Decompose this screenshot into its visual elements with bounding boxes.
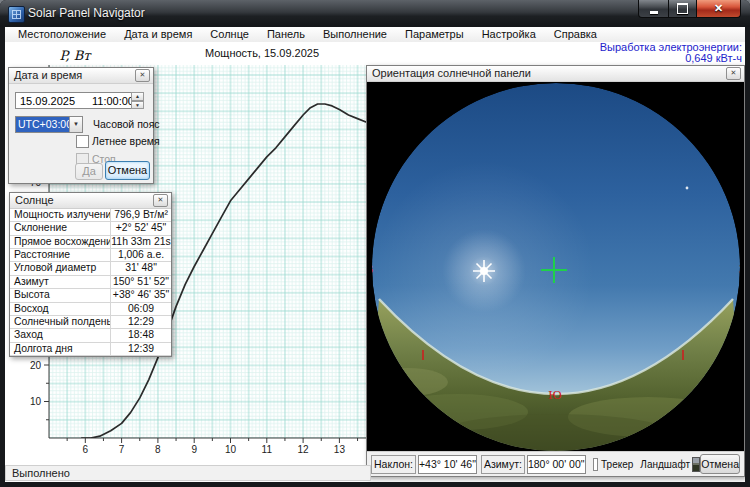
timezone-label: Часовой пояс [93,118,160,130]
datetime-panel-close-icon[interactable]: ✕ [135,69,150,82]
minimize-button[interactable] [638,0,669,18]
tracker-checkbox[interactable] [593,458,599,471]
sun-table-row: Долгота дня12:39 [10,343,171,356]
x-tick-label: 13 [334,444,346,455]
compass-south-label: Ю [548,387,561,402]
sun-table-row: Мощность излучения796,9 Вт/м² [10,209,171,222]
sun-table-row: Азимут150° 51' 52" [10,276,171,289]
sun-row-value: 150° 51' 52" [111,276,171,288]
app-window: Solar Panel Navigator ✕ МестоположениеДа… [0,0,750,487]
sun-data-table: Мощность излучения796,9 Вт/м²Склонение+2… [10,209,171,356]
menu-item-8[interactable]: Справка [545,27,606,42]
time-spinner[interactable]: ▲ ▼ [131,92,144,109]
spinner-down-icon[interactable]: ▼ [131,101,144,110]
sun-row-value: 12:29 [111,316,171,328]
datetime-panel-titlebar[interactable]: Дата и время ✕ [9,68,153,84]
sun-panel-title: Солнце [15,193,54,208]
sun-row-label: Мощность излучения [10,209,111,221]
datetime-panel: Дата и время ✕ 15.09.2025 11:00:00 ▲ ▼ U… [8,67,154,184]
x-tick-label: 12 [298,444,310,455]
tilt-value-field[interactable]: +43° 10' 46" [418,455,477,474]
sun-row-value: +38° 46' 35" [111,289,171,301]
sun-row-value: 12:39 [111,343,171,355]
cancel-button[interactable]: Отмена [105,161,150,180]
timezone-value: UTC+03:00 [16,117,69,132]
star-dot [686,187,689,190]
sun-row-label: Заход [10,329,111,341]
tracker-label: Трекер [601,459,633,470]
tilt-label: Наклон: [371,455,416,474]
energy-output: Выработка электроэнергии: 0,649 кВт-ч [600,42,742,64]
sun-table-row: Угловой диаметр31' 48" [10,262,171,275]
menu-item-4[interactable]: Панель [258,27,314,42]
sun-row-label: Долгота дня [10,343,111,355]
sun-row-value: 1,006 а.е. [111,249,171,261]
sun-table-row: Заход18:48 [10,329,171,342]
sun-table-row: Солнечный полдень12:29 [10,316,171,329]
sun-table-row: Высота+38° 46' 35" [10,289,171,302]
chart-y-axis-title: P, Вт [49,48,101,63]
time-value: 11:00:00 [92,95,134,107]
spinner-up-icon[interactable]: ▲ [131,92,144,101]
sky-view[interactable]: Ю В З [367,82,744,451]
sun-row-value: 06:09 [111,303,171,315]
landscape-label: Ландшафт [640,459,690,470]
maximize-icon [677,3,688,14]
sun-panel-close-icon[interactable]: ✕ [153,194,168,207]
sun-row-value: +2° 52' 45" [111,222,171,234]
sun-row-label: Восход [10,303,111,315]
minimize-icon [650,11,658,14]
dst-label: Летнее время [92,135,160,147]
menu-item-1[interactable]: Местоположение [9,27,115,42]
sun-row-label: Солнечный полдень [10,316,111,328]
menu-item-7[interactable]: Настройка [473,27,545,42]
x-tick-label: 10 [225,444,237,455]
sun-panel: Солнце ✕ Мощность излучения796,9 Вт/м²Ск… [9,192,172,357]
x-tick-label: 11 [262,444,273,455]
energy-value: 0,649 кВт-ч [600,53,742,64]
orientation-panel-close-icon[interactable]: ✕ [726,67,741,80]
maximize-button[interactable] [669,0,697,18]
menu-item-6[interactable]: Параметры [396,27,473,42]
chart-title: Мощность, 15.09.2025 [157,47,367,59]
timezone-select[interactable]: UTC+03:00 ▼ [15,116,83,133]
datetime-input[interactable]: 15.09.2025 11:00:00 [15,92,139,109]
sun-row-label: Угловой диаметр [10,262,111,274]
sun-table-row: Расстояние1,006 а.е. [10,249,171,262]
y-tick-label: 10 [30,396,42,407]
ok-button: Да [75,163,103,180]
date-value: 15.09.2025 [20,95,75,107]
sun-disc [480,267,488,275]
y-tick-label: 20 [30,360,42,371]
menu-bar: МестоположениеДата и времяСолнцеПанельВы… [5,27,745,42]
dst-checkbox[interactable] [76,135,89,148]
sun-panel-titlebar[interactable]: Солнце ✕ [10,193,171,209]
fisheye-sky-image[interactable]: Ю В З [368,82,743,451]
orientation-panel-title: Ориентация солнечной панели [372,66,531,81]
sun-row-value: 31' 48" [111,262,171,274]
sun-row-value: 18:48 [111,329,171,341]
title-bar[interactable]: Solar Panel Navigator ✕ [0,0,750,27]
sun-row-label: Азимут [10,276,111,288]
close-button[interactable]: ✕ [697,0,741,18]
sun-row-value: 11h 33m 21s [111,236,171,248]
sun-row-label: Прямое восхождение [10,236,111,248]
x-tick-label: 7 [119,444,125,455]
menu-item-3[interactable]: Солнце [201,27,258,42]
sun-table-row: Восход06:09 [10,303,171,316]
azimuth-label: Азимут: [481,455,525,474]
azimuth-value-field[interactable]: 180° 00' 00" [527,455,586,474]
chevron-down-icon[interactable]: ▼ [69,117,82,132]
sun-row-value: 796,9 Вт/м² [111,209,171,221]
orientation-panel-titlebar[interactable]: Ориентация солнечной панели ✕ [367,66,744,82]
x-tick-label: 9 [191,444,197,455]
landscape-thumbnail[interactable] [692,457,700,472]
sun-table-row: Склонение+2° 52' 45" [10,222,171,235]
menu-item-2[interactable]: Дата и время [115,27,201,42]
status-bar: Выполнено [5,465,371,481]
sun-row-label: Склонение [10,222,111,234]
menu-item-5[interactable]: Выполнение [314,27,396,42]
x-tick-label: 8 [155,444,161,455]
orientation-panel: Ориентация солнечной панели ✕ [366,65,745,477]
orientation-cancel-button[interactable]: Отмена [700,454,740,474]
